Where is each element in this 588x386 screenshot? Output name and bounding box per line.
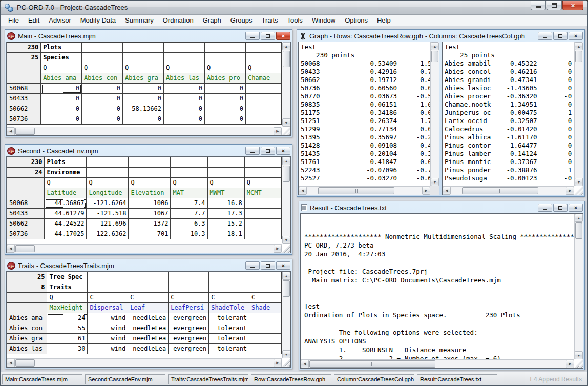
row-header-cell[interactable]: 50433 bbox=[7, 94, 41, 104]
cell[interactable]: 0 bbox=[41, 94, 82, 104]
scroll-up-button[interactable]: ▲ bbox=[431, 42, 439, 50]
cell[interactable]: wind bbox=[88, 313, 128, 323]
child-close-button[interactable]: × bbox=[569, 204, 583, 212]
cell[interactable] bbox=[249, 323, 282, 334]
cell[interactable]: 17.3 bbox=[207, 209, 244, 219]
vertical-scrollbar[interactable]: ▲▼ bbox=[282, 272, 290, 358]
cell[interactable] bbox=[245, 84, 281, 94]
row-header-cell[interactable]: 25 bbox=[7, 272, 47, 282]
vertical-scrollbar[interactable]: ▲▼ bbox=[574, 42, 583, 186]
cell[interactable]: 30 bbox=[47, 344, 88, 354]
cell[interactable] bbox=[249, 344, 282, 354]
cell[interactable]: tolerant bbox=[209, 313, 249, 323]
cell[interactable]: MaxHeight bbox=[47, 303, 88, 313]
cell[interactable]: evergreen bbox=[169, 334, 209, 344]
cell[interactable] bbox=[249, 282, 282, 293]
scroll-down-button[interactable]: ▼ bbox=[575, 178, 583, 186]
cell[interactable]: Tree Spec bbox=[47, 272, 88, 282]
cell[interactable] bbox=[245, 94, 281, 104]
cell[interactable]: 0 bbox=[164, 104, 205, 114]
scrollbar-thumb[interactable] bbox=[283, 51, 290, 67]
cell[interactable]: MCMT bbox=[244, 188, 281, 198]
cell[interactable]: wind bbox=[88, 323, 128, 334]
cell[interactable]: ShadeTole bbox=[209, 303, 249, 313]
cell[interactable]: C bbox=[169, 293, 209, 303]
scroll-up-button[interactable]: ▲ bbox=[282, 42, 290, 50]
cell[interactable]: Q bbox=[207, 178, 244, 188]
columns-points-list[interactable]: Test 25 points Abies amabil -0.45322 -0 … bbox=[443, 42, 574, 186]
cell[interactable] bbox=[207, 168, 244, 178]
app-titlebar[interactable]: PC-ORD 7.0 - Project: CascadeTrees × bbox=[1, 1, 587, 15]
menu-item-tools[interactable]: Tools bbox=[283, 15, 307, 26]
cell[interactable] bbox=[128, 282, 169, 293]
scroll-left-button[interactable]: ◀ bbox=[7, 359, 15, 367]
main-spreadsheet[interactable]: 230Plots25SpeciesQQQQQQAbies amaAbies co… bbox=[7, 42, 282, 127]
cell[interactable]: C bbox=[209, 293, 249, 303]
cell[interactable]: Q bbox=[245, 63, 281, 73]
cell[interactable]: C bbox=[249, 293, 282, 303]
cell[interactable] bbox=[207, 157, 244, 168]
cell[interactable] bbox=[87, 157, 129, 168]
scrollbar-thumb[interactable] bbox=[15, 245, 35, 252]
cell[interactable] bbox=[244, 157, 281, 168]
cell[interactable]: -121.696 bbox=[87, 219, 129, 229]
cell[interactable]: Leaf bbox=[128, 303, 169, 313]
resize-grip[interactable] bbox=[574, 186, 583, 195]
cell[interactable]: Shade bbox=[249, 303, 282, 313]
cell[interactable]: Abies pro bbox=[204, 73, 245, 84]
cell[interactable] bbox=[169, 272, 209, 282]
cell[interactable]: Elevation bbox=[129, 188, 171, 198]
row-header-cell[interactable]: Abies con bbox=[7, 323, 47, 334]
cell[interactable] bbox=[244, 229, 281, 239]
cell[interactable] bbox=[171, 168, 207, 178]
vertical-scrollbar[interactable]: ▲▼ bbox=[282, 42, 290, 127]
cell[interactable]: Q bbox=[204, 63, 245, 73]
scroll-left-button[interactable]: ◀ bbox=[443, 187, 451, 195]
row-header-cell[interactable]: 50736 bbox=[7, 114, 41, 125]
cell[interactable] bbox=[169, 282, 209, 293]
vertical-scrollbar[interactable]: ▲▼ bbox=[430, 42, 439, 186]
traits-spreadsheet[interactable]: 25Tree Spec8TraitsQCCCCCMaxHeightDispers… bbox=[7, 272, 282, 358]
menu-item-edit[interactable]: Edit bbox=[24, 15, 44, 26]
cell[interactable]: Species bbox=[41, 53, 82, 63]
scroll-down-button[interactable]: ▼ bbox=[282, 350, 290, 358]
window-second-titlebar[interactable]: mjm Second - CascadeEnv.mjm × bbox=[6, 146, 291, 156]
row-header-cell[interactable]: 230 bbox=[7, 157, 45, 168]
cell[interactable] bbox=[209, 272, 249, 282]
scroll-right-button[interactable]: ▶ bbox=[274, 359, 282, 367]
resize-grip[interactable] bbox=[574, 359, 583, 368]
row-header-cell[interactable]: 50068 bbox=[7, 198, 45, 209]
cell[interactable]: Latitude bbox=[45, 188, 87, 198]
window-main-titlebar[interactable]: mjm Main - CascadeTrees.mjm × bbox=[6, 31, 291, 42]
horizontal-scrollbar[interactable]: ◀▶ bbox=[7, 358, 282, 367]
cell[interactable] bbox=[204, 53, 245, 63]
cell[interactable]: Q bbox=[82, 63, 123, 73]
menu-item-traits[interactable]: Traits bbox=[257, 15, 282, 26]
horizontal-scrollbar[interactable]: ◀▶ bbox=[299, 186, 430, 195]
child-restore-button[interactable] bbox=[553, 204, 568, 212]
cell[interactable]: needleLea bbox=[128, 344, 169, 354]
horizontal-scrollbar[interactable]: ◀▶ bbox=[7, 127, 282, 135]
scroll-right-button[interactable]: ▶ bbox=[566, 187, 574, 195]
row-header-cell[interactable]: 230 bbox=[7, 43, 41, 53]
row-header-cell[interactable]: 50068 bbox=[7, 84, 41, 94]
window-traits-titlebar[interactable]: mjm Traits - CascadeTreesTraits.mjm × bbox=[6, 260, 291, 271]
cell[interactable]: 7.4 bbox=[171, 198, 207, 209]
scroll-up-button[interactable]: ▲ bbox=[282, 157, 290, 165]
cell[interactable]: 0 bbox=[82, 104, 123, 114]
cell[interactable]: -121.518 bbox=[87, 209, 129, 219]
scroll-right-button[interactable]: ▶ bbox=[566, 360, 574, 368]
cell[interactable]: LeafPersi bbox=[169, 303, 209, 313]
child-restore-button[interactable] bbox=[261, 147, 275, 155]
cell[interactable]: 7.7 bbox=[171, 209, 207, 219]
cell[interactable]: needleLea bbox=[128, 323, 169, 334]
cell[interactable]: Environme bbox=[45, 168, 87, 178]
resize-grip[interactable] bbox=[282, 244, 290, 253]
row-header-cell[interactable]: 50662 bbox=[7, 219, 45, 229]
cell[interactable]: 0 bbox=[164, 114, 205, 125]
cell[interactable]: Q bbox=[129, 178, 171, 188]
cell[interactable]: 61 bbox=[47, 334, 88, 344]
scrollbar-thumb[interactable] bbox=[462, 187, 538, 194]
window-graph-titlebar[interactable]: Graph - Rows: CascadeTreesRow.gph - Colu… bbox=[298, 31, 583, 42]
scrollbar-thumb[interactable] bbox=[309, 360, 435, 368]
